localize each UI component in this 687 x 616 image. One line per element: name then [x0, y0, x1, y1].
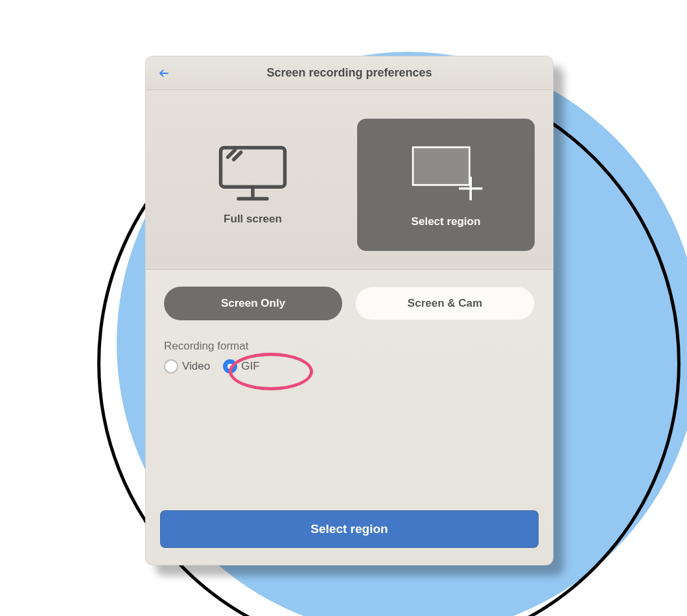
mode-fullscreen-label: Full screen	[224, 213, 282, 226]
input-source-section: Screen Only Screen & Cam	[146, 270, 553, 320]
recording-format-options: Video GIF	[164, 359, 535, 373]
capture-mode-section: Full screen Select region	[146, 90, 553, 270]
recording-format-label: Recording format	[164, 340, 535, 353]
titlebar: Screen recording preferences	[146, 56, 553, 90]
svg-line-5	[234, 152, 241, 160]
region-select-icon	[404, 141, 488, 206]
radio-icon	[164, 359, 178, 373]
mode-select-region-label: Select region	[412, 215, 481, 228]
screen-and-cam-button[interactable]: Screen & Cam	[355, 287, 535, 320]
preferences-window: Screen recording preferences Full screen…	[145, 56, 553, 565]
format-video-radio[interactable]: Video	[164, 359, 210, 373]
svg-line-4	[228, 150, 235, 157]
radio-checked-icon	[223, 359, 237, 373]
svg-rect-6	[413, 147, 469, 185]
screen-only-button[interactable]: Screen Only	[164, 287, 342, 320]
monitor-icon	[217, 144, 288, 204]
format-video-label: Video	[182, 360, 210, 373]
mode-fullscreen-card[interactable]: Full screen	[164, 119, 342, 251]
arrow-left-icon	[158, 67, 170, 79]
footer: Select region	[146, 497, 553, 565]
window-title: Screen recording preferences	[266, 66, 432, 80]
spacer	[146, 373, 553, 497]
format-gif-label: GIF	[241, 360, 259, 373]
select-region-button[interactable]: Select region	[160, 510, 539, 548]
format-gif-radio[interactable]: GIF	[223, 359, 259, 373]
mode-select-region-card[interactable]: Select region	[357, 119, 535, 251]
recording-format-section: Recording format Video GIF	[146, 320, 553, 373]
back-button[interactable]	[155, 64, 173, 82]
